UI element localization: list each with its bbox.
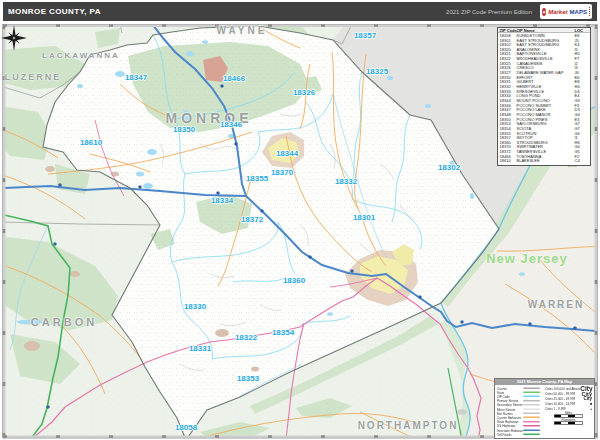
zip-label: 18350 xyxy=(173,125,195,134)
zip-label: 18325 xyxy=(366,67,388,76)
zip-loc-cell: C4 xyxy=(575,159,587,164)
index-col-loc: LOC xyxy=(575,28,587,33)
zip-label: 18331 xyxy=(189,344,211,353)
zip-label: 18301 xyxy=(353,213,375,222)
legend-item-label: Minor Streets xyxy=(497,407,523,411)
logo-seal-icon xyxy=(589,7,590,16)
map-title: MONROE COUNTY, PA xyxy=(8,7,101,16)
edition-label: 2021 ZIP Code Premium Edition xyxy=(446,9,532,15)
legend-item-label: State Highways xyxy=(497,420,523,424)
zip-label: 18355 xyxy=(246,174,268,183)
legend-line-swatch xyxy=(523,433,540,435)
scale-bar: Kilometers xyxy=(545,418,592,425)
scale-bar-graphic xyxy=(554,422,583,425)
legend-line-swatch xyxy=(523,396,540,398)
zip-label: 18344 xyxy=(276,149,298,158)
zip-label: 18357 xyxy=(354,31,376,40)
legend-panel: 2021 Monroe County, PA Map County State xyxy=(494,378,595,439)
zip-index-row: 18610 BLAKESLEE C4 xyxy=(498,159,590,164)
brand-logo: ✶ Market MAPS xyxy=(540,4,592,19)
legend-line-swatch xyxy=(523,417,540,419)
legend-line-swatch xyxy=(523,387,540,389)
index-col-name: ZIP Name xyxy=(517,28,575,33)
city-size-sample: City xyxy=(583,396,592,401)
county-label: NORTHAMPTON xyxy=(358,420,459,431)
legend-line-swatch xyxy=(523,404,540,406)
zip-label: 18058 xyxy=(175,423,197,432)
zip-label: 18332 xyxy=(335,177,357,186)
zip-label: 18353 xyxy=(237,374,259,383)
logo-script-text: Market xyxy=(548,9,567,15)
zip-code-cell: 18610 xyxy=(500,159,517,164)
zip-label: 18466 xyxy=(223,74,245,83)
scale-bar-label: Miles xyxy=(545,411,592,415)
compass-rose-icon xyxy=(0,24,28,52)
city-legend-label: Cities 100,000 and Above xyxy=(545,387,580,391)
zip-label: 18330 xyxy=(184,302,206,311)
zip-label: 18334 xyxy=(211,196,233,205)
legend-line-swatch xyxy=(523,408,540,410)
legend-line-swatch xyxy=(523,413,540,415)
zip-label: 18372 xyxy=(241,215,263,224)
city-legend-label: Cities 25,000 - 49,999 xyxy=(545,397,575,401)
map-canvas: WAYNELACKAWANNALUZERNEMONROECARBONNORTHA… xyxy=(0,24,600,440)
legend-item-label: Primary Streets xyxy=(497,399,523,403)
header-bar: MONROE COUNTY, PA 2021 ZIP Code Premium … xyxy=(3,2,597,21)
zip-label: 18302 xyxy=(438,163,460,172)
zip-label: 18610 xyxy=(80,138,102,147)
zip-label: 18322 xyxy=(235,333,257,342)
legend-item: Toll Roads xyxy=(497,432,545,436)
city-size-sample: ● xyxy=(590,407,592,410)
legend-line-items: County State ZIP Code xyxy=(497,386,545,436)
legend-item-label: Secondary Streets xyxy=(497,403,523,407)
legend-item-label: County Highways xyxy=(497,416,523,420)
legend-scales: Miles Kilometers xyxy=(545,411,592,425)
city-legend-label: Cities 10,000 - 24,999 xyxy=(545,402,575,406)
logo-badge-icon: ✶ xyxy=(542,8,546,16)
state-label: New Jersey xyxy=(486,251,568,266)
legend-item-label: State xyxy=(497,391,523,395)
scale-bar: Miles xyxy=(545,411,592,418)
legend-line-swatch xyxy=(523,425,540,427)
legend-item-label: County xyxy=(497,386,523,390)
zip-name-cell: BLAKESLEE xyxy=(517,159,575,164)
logo-caps-text: MAPS xyxy=(570,9,587,15)
zip-label: 18360 xyxy=(283,276,305,285)
legend-line-swatch xyxy=(523,421,540,423)
index-col-zip: ZIP Code xyxy=(500,28,517,33)
legend-city-items: Cities 100,000 and Above City Cities 50,… xyxy=(545,386,592,411)
zip-index-rows: 18058 KUNKLETOWN E8 18301 EAST STROUDSBU… xyxy=(498,33,590,163)
legend-line-swatch xyxy=(523,429,540,431)
legend-line-swatch xyxy=(523,392,540,394)
county-label: LACKAWANNA xyxy=(42,51,120,60)
city-legend-label: Cities 50,000 - 99,999 xyxy=(545,392,575,396)
legend-item-label: ZIP Code xyxy=(497,395,523,399)
legend-item-label: Exit Ramps xyxy=(497,412,523,416)
zip-label: 18326 xyxy=(293,88,315,97)
zip-label: 18347 xyxy=(125,73,147,82)
city-size-sample: ■ xyxy=(590,402,592,406)
county-label: WAYNE xyxy=(217,25,268,36)
legend-item-label: US Highways xyxy=(497,424,523,428)
zip-label: 18346 xyxy=(220,120,242,129)
zip-label: 18370 xyxy=(271,168,293,177)
county-label: WARREN xyxy=(528,299,584,310)
legend-item-label: Interstate Highways xyxy=(497,428,523,432)
scale-bar-label: Kilometers xyxy=(545,418,592,422)
zip-label: 18354 xyxy=(272,328,294,337)
county-label: LUZERNE xyxy=(5,72,62,82)
county-label: CARBON xyxy=(31,316,97,328)
map-document: MONROE COUNTY, PA 2021 ZIP Code Premium … xyxy=(0,0,600,440)
legend-item-label: Toll Roads xyxy=(497,432,523,436)
legend-line-swatch xyxy=(523,400,540,402)
zip-index-panel: ZIP Code ZIP Name LOC 18058 KUNKLETOWN E… xyxy=(497,27,591,166)
city-legend-label: Cities 1 - 9,999 xyxy=(545,407,566,411)
